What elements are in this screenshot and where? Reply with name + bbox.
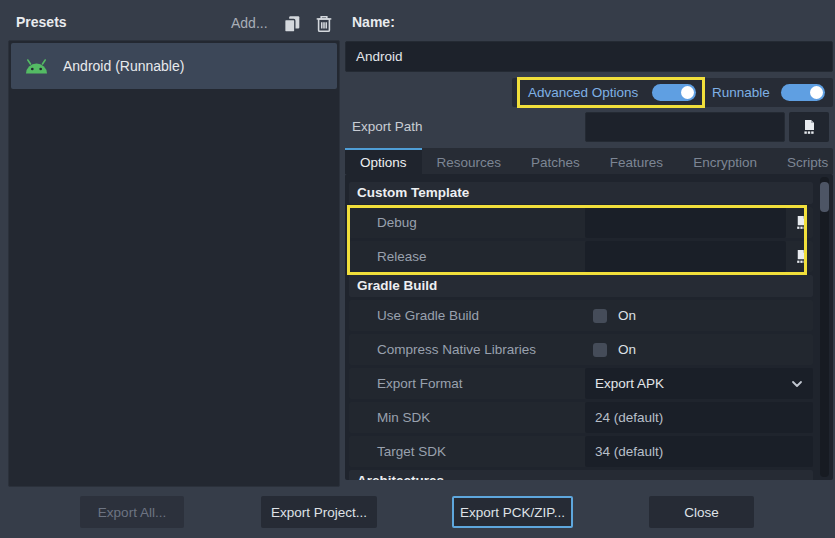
section-header-gradle-build: Gradle Build [349,275,813,297]
tab-encryption[interactable]: Encryption [678,148,772,174]
scrollbar-thumb[interactable] [820,182,829,212]
release-path-input[interactable] [585,241,786,272]
section-header-custom-template: Custom Template [349,182,813,204]
property-row-target-sdk: Target SDK 34 (default) [349,436,813,467]
debug-browse-button[interactable] [789,207,813,238]
property-row-use-gradle-build: Use Gradle Build On [349,300,813,331]
tab-features[interactable]: Features [595,148,678,174]
add-preset-button[interactable]: Add... [231,15,268,31]
use-gradle-build-on-label: On [618,308,636,323]
compress-native-libraries-label: Compress Native Libraries [349,342,536,357]
tab-scripts[interactable]: Scripts [772,148,835,174]
preset-item-label: Android (Runnable) [63,58,184,74]
property-row-compress-native-libraries: Compress Native Libraries On [349,334,813,365]
compress-native-libraries-checkbox[interactable] [593,343,607,357]
export-path-label: Export Path [352,119,423,134]
export-pck-zip-button[interactable]: Export PCK/ZIP... [452,496,573,528]
options-content: Custom Template Debug [349,182,813,480]
android-icon [23,58,50,75]
min-sdk-label: Min SDK [349,410,430,425]
presets-list: Android (Runnable) [8,40,340,487]
tab-options[interactable]: Options [345,148,422,174]
options-panel: Custom Template Debug [345,174,833,480]
debug-path-input[interactable] [585,207,786,238]
close-button[interactable]: Close [649,496,754,528]
toggle-knob [681,86,694,99]
duplicate-preset-button[interactable] [283,15,301,33]
property-row-debug: Debug [349,207,813,238]
export-path-browse-button[interactable] [789,112,829,142]
advanced-options-toggle[interactable] [652,84,696,101]
use-gradle-build-checkbox[interactable] [593,309,607,323]
use-gradle-build-label: Use Gradle Build [349,308,479,323]
advanced-options-label: Advanced Options [528,85,638,100]
export-path-input[interactable] [585,112,785,142]
target-sdk-input[interactable]: 34 (default) [585,436,813,467]
property-row-min-sdk: Min SDK 24 (default) [349,402,813,433]
presets-title: Presets [16,14,67,30]
delete-preset-button[interactable] [315,15,333,33]
file-browse-icon [794,249,809,264]
chevron-down-icon [791,378,803,390]
export-project-button[interactable]: Export Project... [261,496,377,528]
preset-item-android[interactable]: Android (Runnable) [11,43,337,89]
tab-resources[interactable]: Resources [422,148,517,174]
export-format-dropdown[interactable]: Export APK [585,368,813,399]
trash-icon [315,15,333,33]
name-label: Name: [352,14,395,30]
property-row-release: Release [349,241,813,272]
section-header-architectures: Architectures [349,470,813,480]
export-format-label: Export Format [349,376,463,391]
file-browse-icon [801,119,817,135]
export-format-value: Export APK [595,376,664,391]
tab-patches[interactable]: Patches [516,148,595,174]
export-all-button[interactable]: Export All... [80,496,184,528]
min-sdk-input[interactable]: 24 (default) [585,402,813,433]
duplicate-icon [283,15,301,33]
property-row-export-format: Export Format Export APK [349,368,813,399]
file-browse-icon [794,215,809,230]
runnable-label: Runnable [712,85,770,100]
toggle-knob [810,86,823,99]
name-input[interactable]: Android [345,41,833,72]
runnable-toggle[interactable] [781,84,825,101]
release-browse-button[interactable] [789,241,813,272]
scrollbar-track[interactable] [820,177,829,477]
export-tabs: Options Resources Patches Features Encry… [345,148,833,174]
target-sdk-label: Target SDK [349,444,446,459]
debug-label: Debug [349,215,417,230]
compress-native-libraries-on-label: On [618,342,636,357]
release-label: Release [349,249,427,264]
